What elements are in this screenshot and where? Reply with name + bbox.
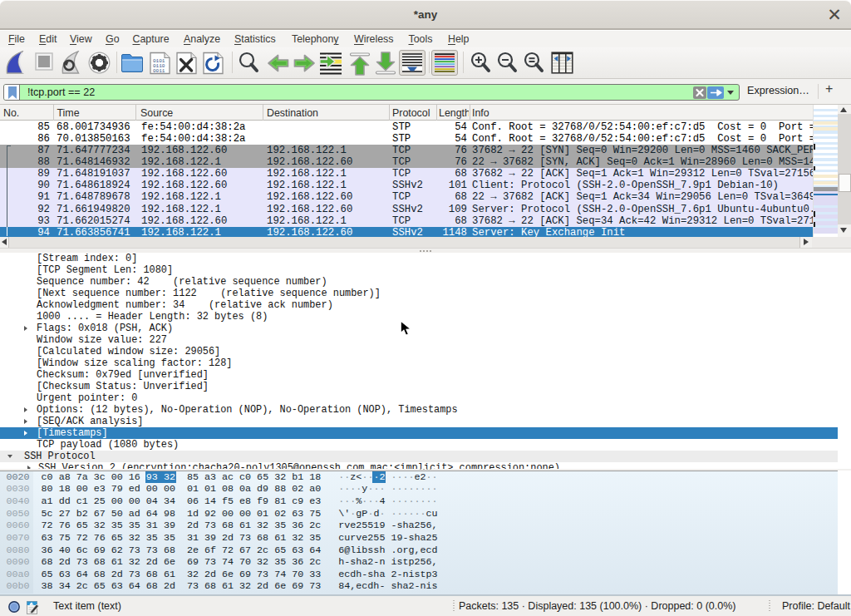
svg-text:0011: 0011 bbox=[153, 68, 165, 74]
